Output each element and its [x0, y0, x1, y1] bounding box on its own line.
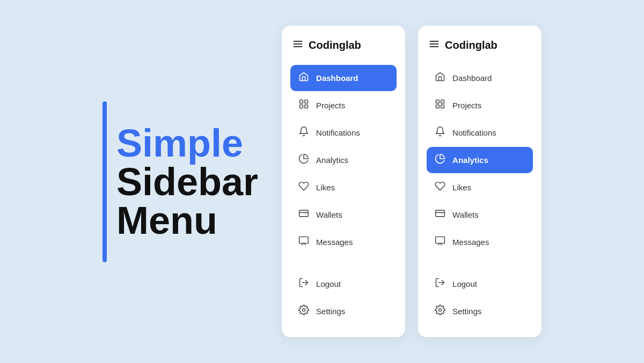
- nav-item-settings-2[interactable]: Settings: [427, 298, 533, 324]
- hero-section: Simple Sidebar Menu: [103, 101, 258, 262]
- nav-item-likes-1[interactable]: Likes: [290, 174, 397, 201]
- pie-icon-2: [434, 153, 446, 167]
- settings-icon-1: [298, 305, 310, 318]
- svg-point-21: [439, 309, 442, 312]
- grid-icon-1: [298, 99, 310, 112]
- nav-label-analytics-2: Analytics: [452, 155, 488, 165]
- nav-item-notifications-2[interactable]: Notifications: [427, 120, 533, 146]
- svg-rect-18: [436, 210, 445, 217]
- nav-item-messages-2[interactable]: Messages: [427, 229, 533, 255]
- sidebar-card-1: Codinglab Dashboard: [282, 26, 405, 337]
- svg-rect-4: [305, 100, 308, 103]
- bell-icon-2: [434, 126, 446, 139]
- wallet-icon-2: [434, 208, 446, 221]
- settings-icon-2: [434, 305, 446, 318]
- nav-item-dashboard-2[interactable]: Dashboard: [427, 65, 533, 91]
- card-header-1: Codinglab: [290, 39, 397, 52]
- nav-label-logout-1: Logout: [316, 279, 341, 288]
- nav-label-dashboard-1: Dashboard: [316, 73, 358, 83]
- hamburger-icon-1[interactable]: [292, 39, 303, 52]
- nav-label-notifications-1: Notifications: [316, 128, 360, 137]
- card-title-2: Codinglab: [445, 39, 497, 51]
- card-header-2: Codinglab: [427, 39, 533, 52]
- nav-item-projects-1[interactable]: Projects: [290, 92, 397, 118]
- svg-rect-19: [436, 237, 445, 244]
- nav-item-analytics-1[interactable]: Analytics: [290, 147, 397, 173]
- bottom-items-2: Logout Settings: [427, 271, 533, 324]
- nav-item-projects-2[interactable]: Projects: [427, 92, 533, 118]
- nav-label-notifications-2: Notifications: [452, 128, 496, 137]
- nav-label-projects-2: Projects: [452, 101, 481, 110]
- nav-item-dashboard-1[interactable]: Dashboard: [290, 65, 397, 91]
- hero-line2: Sidebar: [116, 162, 258, 201]
- nav-label-wallets-1: Wallets: [316, 210, 342, 219]
- pie-icon-1: [298, 153, 310, 167]
- nav-label-settings-1: Settings: [316, 307, 345, 316]
- svg-rect-6: [305, 105, 308, 108]
- logout-icon-1: [298, 277, 310, 291]
- home-icon-1: [298, 71, 310, 85]
- nav-label-messages-2: Messages: [452, 238, 489, 247]
- svg-rect-3: [300, 100, 303, 103]
- svg-rect-14: [436, 100, 440, 103]
- nav-item-wallets-2[interactable]: Wallets: [427, 202, 533, 228]
- nav-divider-2: [427, 261, 533, 261]
- sidebar-card-2: Codinglab Dashboard: [418, 26, 541, 337]
- nav-item-analytics-2[interactable]: Analytics: [427, 147, 533, 173]
- nav-label-settings-2: Settings: [452, 307, 481, 316]
- nav-label-likes-1: Likes: [316, 183, 335, 192]
- logout-icon-2: [434, 277, 446, 291]
- bottom-items-1: Logout Settings: [290, 271, 397, 324]
- home-icon-2: [434, 71, 446, 85]
- nav-label-analytics-1: Analytics: [316, 155, 348, 165]
- bell-icon-1: [298, 126, 310, 139]
- page-background: Simple Sidebar Menu Codinglab: [0, 0, 644, 363]
- message-icon-1: [298, 235, 310, 249]
- nav-item-notifications-1[interactable]: Notifications: [290, 120, 397, 146]
- grid-icon-2: [434, 99, 446, 112]
- svg-point-10: [303, 309, 305, 312]
- nav-list-2: Dashboard Projects: [427, 65, 533, 255]
- nav-label-likes-2: Likes: [452, 183, 471, 192]
- nav-label-logout-2: Logout: [452, 279, 477, 288]
- nav-label-projects-1: Projects: [316, 101, 345, 110]
- nav-list-1: Dashboard Projects: [290, 65, 397, 255]
- hero-line3: Menu: [116, 201, 258, 240]
- hamburger-icon-2[interactable]: [429, 39, 440, 52]
- svg-rect-16: [436, 105, 440, 108]
- blue-accent-bar: [103, 101, 107, 262]
- heart-icon-2: [434, 181, 446, 194]
- svg-rect-7: [299, 210, 309, 217]
- nav-label-wallets-2: Wallets: [452, 210, 479, 219]
- nav-label-messages-1: Messages: [316, 238, 353, 247]
- nav-item-logout-1[interactable]: Logout: [290, 271, 397, 297]
- nav-label-dashboard-2: Dashboard: [452, 73, 492, 83]
- wallet-icon-1: [298, 208, 310, 221]
- svg-rect-17: [441, 105, 444, 108]
- svg-rect-15: [441, 100, 444, 103]
- card-title-1: Codinglab: [309, 39, 361, 51]
- hero-text: Simple Sidebar Menu: [116, 124, 258, 240]
- nav-item-wallets-1[interactable]: Wallets: [290, 202, 397, 228]
- hero-line1: Simple: [116, 124, 258, 162]
- nav-item-messages-1[interactable]: Messages: [290, 229, 397, 255]
- svg-rect-5: [300, 105, 303, 108]
- nav-item-logout-2[interactable]: Logout: [427, 271, 533, 297]
- nav-divider-1: [290, 261, 397, 261]
- heart-icon-1: [298, 181, 310, 194]
- nav-item-likes-2[interactable]: Likes: [427, 174, 533, 201]
- svg-rect-8: [299, 237, 309, 244]
- message-icon-2: [434, 235, 446, 249]
- nav-item-settings-1[interactable]: Settings: [290, 298, 397, 324]
